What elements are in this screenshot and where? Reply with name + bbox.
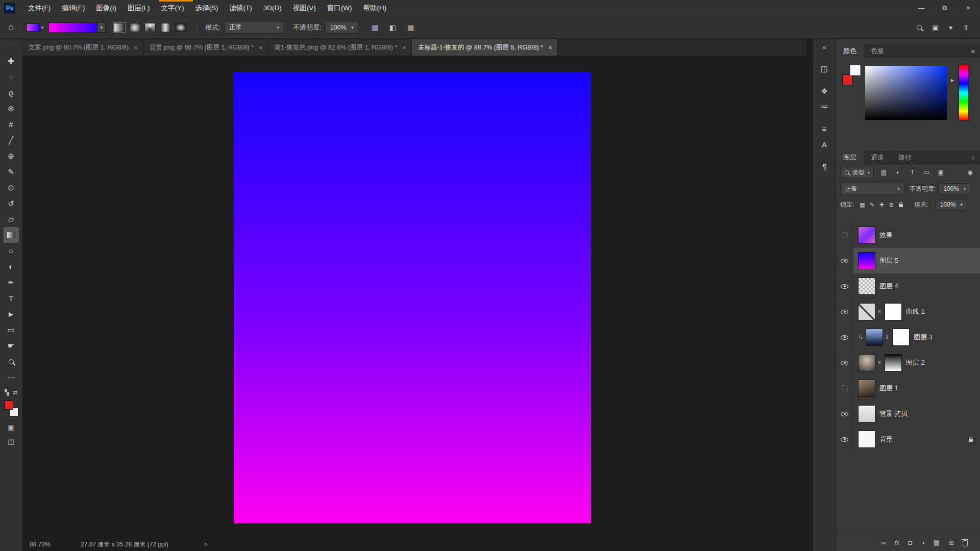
layer-thumbnail[interactable]	[866, 329, 883, 346]
default-colors-icon[interactable]: ▚	[5, 389, 9, 396]
quick-mask-icon[interactable]: ▣	[8, 423, 14, 431]
layer-mask-thumbnail[interactable]	[892, 329, 910, 346]
layer-row[interactable]: 效果	[836, 222, 980, 248]
layer-name[interactable]: 图层 4	[879, 282, 898, 291]
layer-thumbnail[interactable]	[858, 431, 875, 448]
layer-name[interactable]: 图层 1	[879, 384, 898, 393]
document-tab[interactable]: 前1-恢复的.png @ 82.6% (图层 1, RGB/8) *×	[268, 39, 412, 56]
layer-name[interactable]: 图层 5	[879, 256, 898, 265]
gradient-option-1-icon[interactable]: ▥	[372, 23, 378, 32]
panel-background-swatch[interactable]	[842, 74, 853, 85]
quick-selection-tool[interactable]: ⊛	[4, 101, 19, 116]
gradient-tool[interactable]	[4, 227, 19, 243]
menu-item[interactable]: 编辑(E)	[56, 0, 90, 16]
info-panel-icon[interactable]: ≔	[821, 102, 828, 111]
clone-stamp-tool[interactable]: ⊙	[4, 180, 19, 195]
gradient-option-3-icon[interactable]: ▦	[407, 23, 414, 32]
saturation-field[interactable]	[865, 66, 947, 120]
filter-pixel-layers-icon[interactable]: ▨	[878, 167, 890, 178]
visibility-eye-icon[interactable]	[836, 401, 853, 427]
layers-tab-通道[interactable]: 通道	[864, 151, 891, 164]
swap-colors-icon[interactable]: ⇄	[13, 389, 17, 396]
panel-menu-icon[interactable]: ≡	[971, 47, 975, 55]
gradient-option-2-icon[interactable]: ◧	[389, 23, 396, 32]
layer-row[interactable]: ↳∞图层 3	[836, 324, 980, 350]
layer-filter-select[interactable]: 类型	[840, 167, 874, 178]
visibility-eye-icon[interactable]	[836, 273, 853, 299]
close-button[interactable]: ×	[957, 0, 980, 16]
color-tab-颜色[interactable]: 颜色	[836, 44, 864, 58]
color-picker-ring[interactable]	[868, 68, 872, 72]
brush-tool[interactable]: ✎	[4, 164, 19, 180]
layer-row[interactable]: 图层 4	[836, 273, 980, 299]
menu-item[interactable]: 图像(I)	[90, 0, 122, 16]
document-tab[interactable]: 未标题-1-恢复的 @ 88.7% (图层 5, RGB/8) *×	[412, 39, 558, 56]
shape-tool[interactable]: ▭	[4, 322, 19, 338]
layer-row[interactable]: 背景 拷贝	[836, 401, 980, 427]
document-tab[interactable]: 背景.png @ 66.7% (图层 1, RGB/8) *×	[143, 39, 268, 56]
status-chevron-icon[interactable]: >	[204, 541, 207, 548]
collapse-panels-icon[interactable]: «	[822, 43, 826, 51]
healing-brush-tool[interactable]: ⊕	[4, 148, 19, 164]
panel-foreground-swatch[interactable]	[850, 65, 861, 76]
history-brush-tool[interactable]: ↺	[4, 195, 19, 211]
gradient-picker-chevron[interactable]: ▾	[97, 22, 106, 33]
dodge-tool[interactable]: ◐	[4, 259, 19, 274]
filter-type-layers-icon[interactable]: T	[906, 167, 918, 178]
visibility-eye-icon[interactable]	[836, 350, 853, 375]
restore-button[interactable]: ⧉	[933, 0, 957, 16]
visibility-eye-icon[interactable]	[836, 299, 853, 324]
search-icon[interactable]	[917, 25, 922, 30]
opacity-select[interactable]: 100%	[326, 21, 358, 34]
edit-toolbar-icon[interactable]: ⋯	[4, 369, 19, 385]
layer-thumbnail[interactable]	[858, 227, 875, 244]
delete-layer-icon[interactable]	[963, 540, 968, 546]
layer-name[interactable]: 效果	[879, 231, 893, 240]
menu-item[interactable]: 文字(Y)	[156, 0, 190, 16]
character-panel-icon[interactable]: A	[822, 140, 827, 149]
marquee-tool[interactable]: ◌	[4, 69, 19, 85]
layer-thumbnail[interactable]	[858, 405, 875, 422]
add-layer-mask-icon[interactable]: ◘	[908, 539, 912, 546]
layer-thumbnail[interactable]	[858, 252, 875, 269]
share-icon[interactable]: ⇧	[963, 23, 969, 32]
path-selection-tool[interactable]: ►	[4, 306, 19, 322]
layer-row[interactable]: 图层 5	[836, 248, 980, 273]
linear-gradient-button[interactable]	[114, 23, 125, 32]
layers-opacity-select[interactable]: 100%	[939, 183, 970, 194]
filter-adjustment-layers-icon[interactable]: ◐	[892, 167, 904, 178]
filter-shape-layers-icon[interactable]: ▭	[921, 167, 933, 178]
visibility-eye-icon[interactable]	[836, 248, 853, 273]
lasso-tool[interactable]: ϱ	[4, 85, 19, 101]
document-tab[interactable]: 文案.png @ 80.7% (图层 1, RGB/8)×	[22, 39, 143, 56]
zoom-level-field[interactable]: 88.73%	[30, 541, 60, 548]
radial-gradient-button[interactable]	[129, 23, 140, 32]
new-layer-icon[interactable]: ⊞	[948, 539, 954, 546]
workspace-chevron-icon[interactable]: ▾	[949, 23, 952, 32]
layer-name[interactable]: 图层 3	[914, 333, 933, 342]
layer-name[interactable]: 背景 拷贝	[879, 409, 908, 418]
layer-name[interactable]: 图层 2	[906, 358, 925, 367]
minimize-button[interactable]: —	[910, 0, 933, 16]
layers-tab-路径[interactable]: 路径	[891, 151, 919, 164]
screen-mode-icon[interactable]: ◫	[8, 438, 14, 445]
tab-close-icon[interactable]: ×	[134, 44, 138, 52]
layer-thumbnail[interactable]	[858, 303, 875, 320]
visibility-eye-icon[interactable]	[836, 324, 853, 350]
tab-close-icon[interactable]: ×	[259, 44, 263, 52]
layer-row[interactable]: 图层 1	[836, 375, 980, 401]
mask-link-icon[interactable]: ∞	[877, 310, 883, 314]
eyedropper-tool[interactable]: ╱	[4, 132, 19, 148]
diamond-gradient-button[interactable]	[175, 23, 186, 32]
blend-mode-select[interactable]: 正常	[840, 183, 904, 195]
menu-item[interactable]: 图层(L)	[122, 0, 156, 16]
lock-all-icon[interactable]	[897, 200, 905, 209]
filter-smart-objects-icon[interactable]: ▣	[935, 167, 947, 178]
history-panel-icon[interactable]: ◫	[821, 64, 828, 73]
menu-item[interactable]: 窗口(W)	[322, 0, 358, 16]
menu-item[interactable]: 视图(V)	[287, 0, 322, 16]
visibility-empty-box[interactable]	[836, 222, 853, 248]
layer-name[interactable]: 背景	[879, 435, 893, 444]
mask-link-icon[interactable]: ∞	[877, 361, 883, 365]
new-group-icon[interactable]: ▤	[934, 539, 940, 546]
